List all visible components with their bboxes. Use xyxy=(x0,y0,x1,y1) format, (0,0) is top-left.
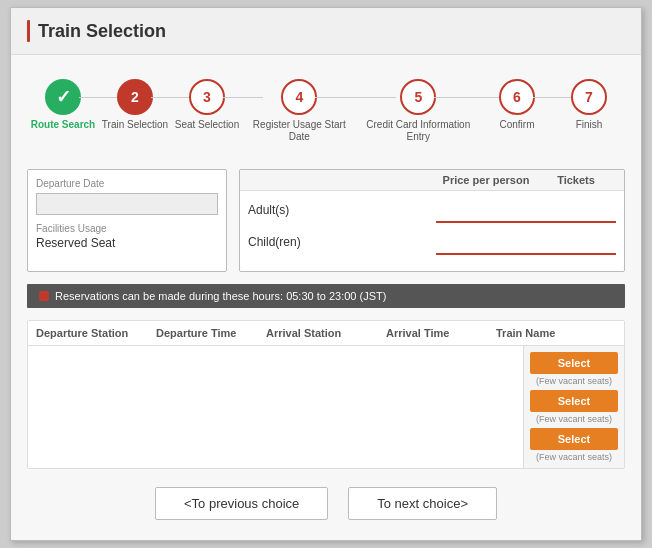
step-4: 4 Register Usage Start Date xyxy=(243,79,356,143)
step-6: 6 Confirm xyxy=(481,79,553,131)
departure-date-input[interactable] xyxy=(36,193,218,215)
step-3-label: Seat Selection xyxy=(175,119,240,131)
ticket-col-3: Tickets xyxy=(536,174,616,186)
step-5: 5 Credit Card Information Entry xyxy=(356,79,481,143)
notice-bar: Reservations can be made during these ho… xyxy=(27,284,625,308)
step-4-symbol: 4 xyxy=(295,89,303,105)
step-1-label: Route Search xyxy=(31,119,95,131)
notice-text: Reservations can be made during these ho… xyxy=(55,290,386,302)
step-3: 3 Seat Selection xyxy=(171,79,243,131)
bottom-buttons: <To previous choice To next choice> xyxy=(27,483,625,524)
step-6-label: Confirm xyxy=(499,119,534,131)
child-value-area xyxy=(436,235,616,255)
step-7-circle: 7 xyxy=(571,79,607,115)
next-button[interactable]: To next choice> xyxy=(348,487,497,520)
step-3-symbol: 3 xyxy=(203,89,211,105)
ticket-row-child: Child(ren) xyxy=(248,229,616,261)
train-col-1: Departure Station xyxy=(36,327,156,339)
train-col-5: Train Name xyxy=(496,327,616,339)
ticket-col-2: Price per person xyxy=(436,174,536,186)
step-5-label: Credit Card Information Entry xyxy=(356,119,481,143)
step-1-symbol: ✓ xyxy=(56,88,71,106)
step-6-symbol: 6 xyxy=(513,89,521,105)
step-3-circle: 3 xyxy=(189,79,225,115)
title-bar: Train Selection xyxy=(11,8,641,55)
few-seats-2: (Few vacant seats) xyxy=(536,414,612,424)
train-rows-area xyxy=(28,346,524,468)
train-col-4: Arrival Time xyxy=(386,327,496,339)
previous-button[interactable]: <To previous choice xyxy=(155,487,328,520)
page-content: ✓ Route Search 2 Train Selection 3 Seat … xyxy=(11,55,641,540)
select-button-3[interactable]: Select xyxy=(530,428,618,450)
departure-date-label: Departure Date xyxy=(36,178,218,189)
step-2: 2 Train Selection xyxy=(99,79,171,131)
train-table-section: Departure Station Departure Time Arrival… xyxy=(27,320,625,469)
step-1-circle: ✓ xyxy=(45,79,81,115)
steps-bar: ✓ Route Search 2 Train Selection 3 Seat … xyxy=(27,71,625,151)
ticket-col-1 xyxy=(248,174,436,186)
train-col-3: Arrival Station xyxy=(266,327,386,339)
step-6-circle: 6 xyxy=(499,79,535,115)
facilities-value: Reserved Seat xyxy=(36,236,218,250)
step-5-symbol: 5 xyxy=(414,89,422,105)
step-5-circle: 5 xyxy=(400,79,436,115)
select-button-2[interactable]: Select xyxy=(530,390,618,412)
select-button-1[interactable]: Select xyxy=(530,352,618,374)
select-wrap-3: Select (Few vacant seats) xyxy=(530,428,618,462)
step-7-symbol: 7 xyxy=(585,89,593,105)
step-2-symbol: 2 xyxy=(131,89,139,105)
step-2-label: Train Selection xyxy=(102,119,168,131)
facilities-label: Facilities Usage xyxy=(36,223,218,234)
step-2-circle: 2 xyxy=(117,79,153,115)
select-buttons-area: Select (Few vacant seats) Select (Few va… xyxy=(524,346,624,468)
train-table-body: Select (Few vacant seats) Select (Few va… xyxy=(28,346,624,468)
step-7-label: Finish xyxy=(576,119,603,131)
select-wrap-1: Select (Few vacant seats) xyxy=(530,352,618,386)
title-accent xyxy=(27,20,30,42)
select-wrap-2: Select (Few vacant seats) xyxy=(530,390,618,424)
train-col-2: Departure Time xyxy=(156,327,266,339)
step-7: 7 Finish xyxy=(553,79,625,131)
ticket-box: Price per person Tickets Subtotal Adult(… xyxy=(239,169,625,272)
adult-value-area xyxy=(436,203,616,223)
ticket-header: Price per person Tickets Subtotal xyxy=(240,170,624,191)
step-1: ✓ Route Search xyxy=(27,79,99,131)
step-4-circle: 4 xyxy=(281,79,317,115)
child-label: Child(ren) xyxy=(248,235,436,255)
step-4-label: Register Usage Start Date xyxy=(243,119,356,143)
few-seats-1: (Few vacant seats) xyxy=(536,376,612,386)
notice-dot xyxy=(39,291,49,301)
few-seats-3: (Few vacant seats) xyxy=(536,452,612,462)
page-title: Train Selection xyxy=(38,21,166,42)
ticket-rows: Adult(s) Child(ren) xyxy=(240,191,624,271)
departure-box: Departure Date Facilities Usage Reserved… xyxy=(27,169,227,272)
main-window: Train Selection ✓ Route Search 2 Train S… xyxy=(10,7,642,541)
info-section: Departure Date Facilities Usage Reserved… xyxy=(27,169,625,272)
adult-label: Adult(s) xyxy=(248,203,436,223)
train-table-header: Departure Station Departure Time Arrival… xyxy=(28,321,624,346)
ticket-row-adult: Adult(s) xyxy=(248,197,616,229)
